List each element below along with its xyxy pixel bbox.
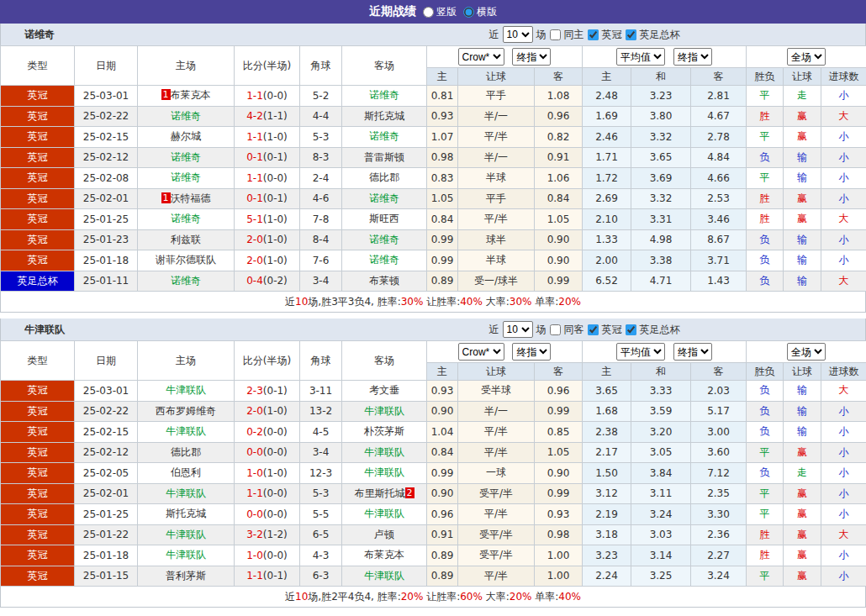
match-date: 25-01-25 xyxy=(75,209,138,230)
avg-away-odds: 3.00 xyxy=(691,422,747,443)
handicap-home-odds: 0.99 xyxy=(427,229,458,250)
result-handicap: 输 xyxy=(784,250,821,271)
match-date: 25-02-15 xyxy=(75,422,138,443)
away-team-link[interactable]: 卢顿 xyxy=(374,529,394,540)
odds-source-select[interactable]: Crow* xyxy=(458,48,504,66)
handicap-home-odds: 0.93 xyxy=(427,106,458,127)
results-table: 类型 日期 主场 比分(半场) 角球 客场 Crow* 终指 平均值 终指 全场 xyxy=(0,340,866,587)
match-score: 2-0(1-0) xyxy=(235,229,300,250)
avg-time-select[interactable]: 终指 xyxy=(673,48,712,66)
avg-source-select[interactable]: 平均值 xyxy=(616,48,665,66)
away-team-link[interactable]: 牛津联队 xyxy=(364,508,404,519)
match-count-select[interactable]: 10 xyxy=(503,321,533,338)
scope-select[interactable]: 全场 xyxy=(787,48,826,66)
col-date: 日期 xyxy=(75,46,138,86)
corner-score: 5-2 xyxy=(300,86,342,107)
home-team-link[interactable]: 布莱克本 xyxy=(171,89,211,101)
avg-draw-odds: 3.11 xyxy=(631,483,691,504)
corner-score: 2-4 xyxy=(300,168,342,189)
home-team-link[interactable]: 牛津联队 xyxy=(166,487,206,499)
home-team-link[interactable]: 诺维奇 xyxy=(171,171,201,183)
away-team-link[interactable]: 布里斯托城 xyxy=(355,487,405,499)
avg-home-odds: 3.12 xyxy=(583,483,631,504)
away-team-link[interactable]: 德比郡 xyxy=(369,171,399,183)
home-team-link[interactable]: 伯恩利 xyxy=(171,466,201,478)
away-team-link[interactable]: 诺维奇 xyxy=(369,254,399,266)
away-team-link[interactable]: 布莱克本 xyxy=(364,549,404,561)
match-type-badge: 英冠 xyxy=(1,524,75,545)
odds-source-select[interactable]: Crow* xyxy=(458,343,504,361)
avg-draw-odds: 3.65 xyxy=(631,147,691,168)
home-team-link[interactable]: 诺维奇 xyxy=(171,275,201,287)
handicap-away-odds: 0.90 xyxy=(535,229,583,250)
col-handicap-away: 客 xyxy=(535,363,583,381)
corner-score: 12-3 xyxy=(300,463,342,484)
away-team-link[interactable]: 斯托克城 xyxy=(364,110,404,122)
away-team-link[interactable]: 诺维奇 xyxy=(369,89,399,101)
match-type-badge: 英冠 xyxy=(1,566,75,587)
avg-away-odds: 4.67 xyxy=(691,106,747,127)
away-team-link[interactable]: 普雷斯顿 xyxy=(364,151,404,163)
match-score: 2-3(0-1) xyxy=(235,381,300,402)
league-championship-checkbox[interactable] xyxy=(588,324,599,335)
handicap-away-odds: 0.84 xyxy=(535,188,583,209)
away-team-link[interactable]: 布莱顿 xyxy=(369,275,399,287)
odds-time-select[interactable]: 终指 xyxy=(512,343,551,361)
away-team-link[interactable]: 考文垂 xyxy=(369,384,399,396)
home-team-link[interactable]: 牛津联队 xyxy=(166,425,206,437)
home-team-link[interactable]: 德比郡 xyxy=(171,446,201,458)
league-facup-checkbox[interactable] xyxy=(626,324,636,335)
away-team-link[interactable]: 诺维奇 xyxy=(369,130,399,142)
odds-time-select[interactable]: 终指 xyxy=(512,48,551,66)
away-team-link[interactable]: 斯旺西 xyxy=(369,213,399,224)
home-team-link[interactable]: 斯托克城 xyxy=(166,508,206,519)
home-team-link[interactable]: 诺维奇 xyxy=(171,151,201,163)
home-team-link[interactable]: 谢菲尔德联队 xyxy=(156,254,216,266)
result-goals: 小 xyxy=(821,401,866,422)
handicap-line: 平/半 xyxy=(458,209,535,230)
result-winlose: 平 xyxy=(747,566,784,587)
vertical-radio[interactable] xyxy=(423,7,434,18)
away-team-link[interactable]: 牛津联队 xyxy=(364,570,404,582)
away-team-link[interactable]: 诺维奇 xyxy=(369,234,399,245)
home-team-link[interactable]: 利兹联 xyxy=(171,234,201,245)
layout-option-vertical[interactable]: 竖版 xyxy=(423,5,457,19)
avg-home-odds: 2.00 xyxy=(583,250,631,271)
avg-source-select[interactable]: 平均值 xyxy=(616,343,665,361)
same-venue-checkbox[interactable] xyxy=(550,324,561,335)
home-team-link[interactable]: 牛津联队 xyxy=(166,549,206,561)
handicap-line: 平/半 xyxy=(458,504,535,525)
away-team-link[interactable]: 朴茨茅斯 xyxy=(364,425,404,437)
handicap-away-odds: 0.98 xyxy=(535,524,583,545)
scope-select[interactable]: 全场 xyxy=(787,343,826,361)
home-team-link[interactable]: 沃特福德 xyxy=(171,192,211,204)
home-team-link[interactable]: 牛津联队 xyxy=(166,529,206,540)
league-facup-checkbox[interactable] xyxy=(626,29,636,40)
home-team-link[interactable]: 西布罗姆维奇 xyxy=(156,405,216,417)
match-count-select[interactable]: 10 xyxy=(503,26,533,43)
home-team-link[interactable]: 普利茅斯 xyxy=(166,570,206,582)
home-team-link[interactable]: 牛津联队 xyxy=(166,384,206,396)
handicap-home-odds: 0.91 xyxy=(427,524,458,545)
avg-time-select[interactable]: 终指 xyxy=(673,343,712,361)
layout-option-horizontal[interactable]: 横版 xyxy=(463,5,497,19)
league-championship-checkbox[interactable] xyxy=(588,29,599,40)
same-venue-checkbox[interactable] xyxy=(550,29,561,40)
match-score: 1-1(0-0) xyxy=(235,168,300,189)
corner-score: 5-3 xyxy=(300,483,342,504)
match-date: 25-02-05 xyxy=(75,463,138,484)
handicap-away-odds: 0.85 xyxy=(535,422,583,443)
away-team-link[interactable]: 诺维奇 xyxy=(369,192,399,204)
home-team-link[interactable]: 赫尔城 xyxy=(171,130,201,142)
away-team-link[interactable]: 牛津联队 xyxy=(364,466,404,478)
corner-score: 4-4 xyxy=(300,106,342,127)
result-winlose: 平 xyxy=(747,127,784,148)
result-winlose: 平 xyxy=(747,483,784,504)
result-winlose: 负 xyxy=(747,463,784,484)
home-team-link[interactable]: 诺维奇 xyxy=(171,213,201,224)
away-team-link[interactable]: 牛津联队 xyxy=(364,405,404,417)
home-team-link[interactable]: 诺维奇 xyxy=(171,110,201,122)
away-team-link[interactable]: 牛津联队 xyxy=(364,446,404,458)
horizontal-radio[interactable] xyxy=(463,7,474,18)
result-goals: 小 xyxy=(821,168,866,189)
